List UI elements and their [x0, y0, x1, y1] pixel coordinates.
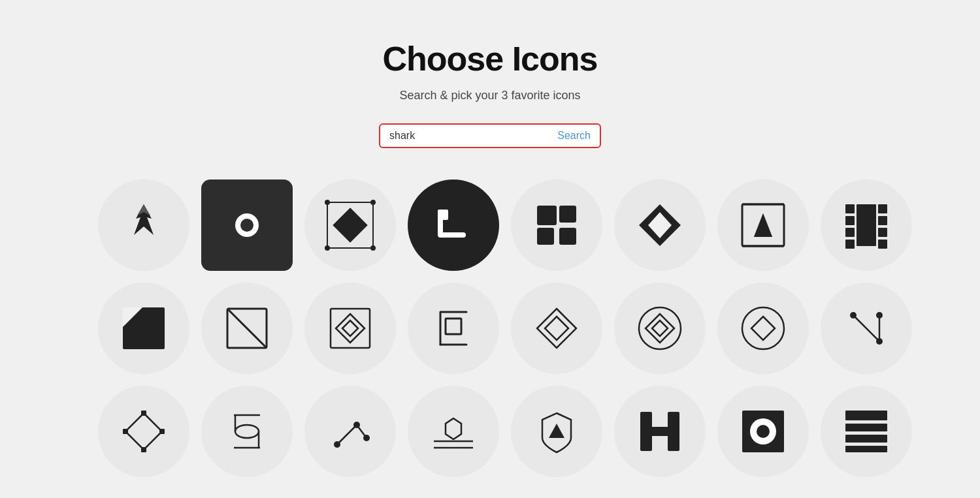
- svg-rect-27: [845, 240, 855, 249]
- search-input[interactable]: [389, 130, 552, 142]
- list-item[interactable]: [821, 179, 912, 271]
- svg-marker-44: [645, 314, 674, 343]
- svg-marker-21: [754, 213, 772, 237]
- list-item[interactable]: [821, 386, 912, 477]
- svg-line-36: [227, 309, 267, 348]
- search-box: Search: [379, 123, 601, 148]
- svg-marker-47: [751, 317, 775, 340]
- svg-point-46: [742, 307, 784, 349]
- svg-point-66: [353, 422, 360, 428]
- svg-rect-26: [845, 228, 855, 237]
- svg-rect-30: [878, 216, 887, 225]
- page-subtitle: Search & pick your 3 favorite icons: [399, 89, 580, 102]
- list-item[interactable]: [614, 179, 706, 271]
- svg-point-67: [363, 435, 370, 441]
- svg-rect-81: [845, 446, 887, 452]
- list-item[interactable]: [98, 283, 189, 374]
- list-item[interactable]: [408, 179, 499, 271]
- list-item[interactable]: [511, 179, 602, 271]
- list-item[interactable]: [98, 179, 189, 271]
- svg-point-8: [370, 200, 376, 205]
- svg-rect-54: [141, 411, 146, 416]
- svg-marker-53: [125, 413, 162, 450]
- svg-rect-28: [857, 204, 876, 246]
- list-item[interactable]: [717, 283, 809, 374]
- svg-point-60: [235, 425, 259, 438]
- svg-rect-16: [559, 228, 576, 245]
- svg-marker-39: [342, 320, 358, 336]
- svg-marker-42: [545, 317, 568, 340]
- svg-point-9: [325, 245, 330, 251]
- svg-rect-56: [123, 429, 128, 434]
- svg-rect-40: [446, 319, 461, 334]
- svg-point-77: [757, 425, 770, 438]
- svg-rect-15: [537, 228, 554, 245]
- svg-rect-57: [159, 429, 165, 434]
- svg-point-10: [370, 245, 376, 251]
- svg-point-11: [427, 199, 480, 251]
- list-item[interactable]: [304, 283, 396, 374]
- svg-rect-74: [640, 427, 679, 436]
- svg-rect-79: [845, 424, 887, 431]
- list-item[interactable]: [717, 386, 809, 477]
- svg-rect-24: [845, 204, 855, 213]
- svg-marker-41: [537, 309, 576, 348]
- icons-grid: [98, 179, 882, 477]
- svg-point-7: [325, 200, 330, 205]
- svg-rect-12: [438, 210, 448, 220]
- svg-point-51: [876, 312, 883, 319]
- svg-point-65: [334, 441, 340, 448]
- svg-marker-38: [336, 314, 365, 343]
- svg-rect-78: [845, 411, 887, 420]
- svg-marker-70: [446, 418, 461, 439]
- svg-rect-13: [537, 206, 557, 225]
- svg-marker-71: [549, 424, 564, 438]
- list-item[interactable]: [614, 386, 706, 477]
- list-item[interactable]: [98, 386, 189, 477]
- list-item[interactable]: [511, 283, 602, 374]
- svg-rect-31: [878, 228, 887, 237]
- svg-point-50: [850, 312, 857, 319]
- svg-rect-80: [845, 435, 887, 443]
- svg-rect-32: [878, 240, 887, 249]
- svg-marker-6: [334, 209, 367, 241]
- search-button[interactable]: Search: [557, 130, 591, 142]
- list-item[interactable]: [304, 179, 396, 271]
- list-item[interactable]: [201, 283, 293, 374]
- svg-rect-14: [559, 206, 576, 223]
- list-item[interactable]: [821, 283, 912, 374]
- svg-point-4: [240, 219, 253, 232]
- svg-rect-29: [878, 204, 887, 213]
- list-item[interactable]: [511, 386, 602, 477]
- list-item[interactable]: [304, 386, 396, 477]
- list-item[interactable]: [408, 386, 499, 477]
- svg-rect-25: [845, 216, 855, 225]
- list-item[interactable]: [614, 283, 706, 374]
- list-item[interactable]: [201, 386, 293, 477]
- svg-marker-45: [652, 320, 668, 336]
- svg-line-63: [337, 425, 357, 444]
- list-item[interactable]: [408, 283, 499, 374]
- svg-point-52: [876, 338, 883, 345]
- page-title: Choose Icons: [383, 39, 598, 78]
- list-item[interactable]: [201, 179, 293, 271]
- svg-line-48: [853, 315, 879, 341]
- list-item[interactable]: [717, 179, 809, 271]
- svg-rect-55: [141, 447, 146, 452]
